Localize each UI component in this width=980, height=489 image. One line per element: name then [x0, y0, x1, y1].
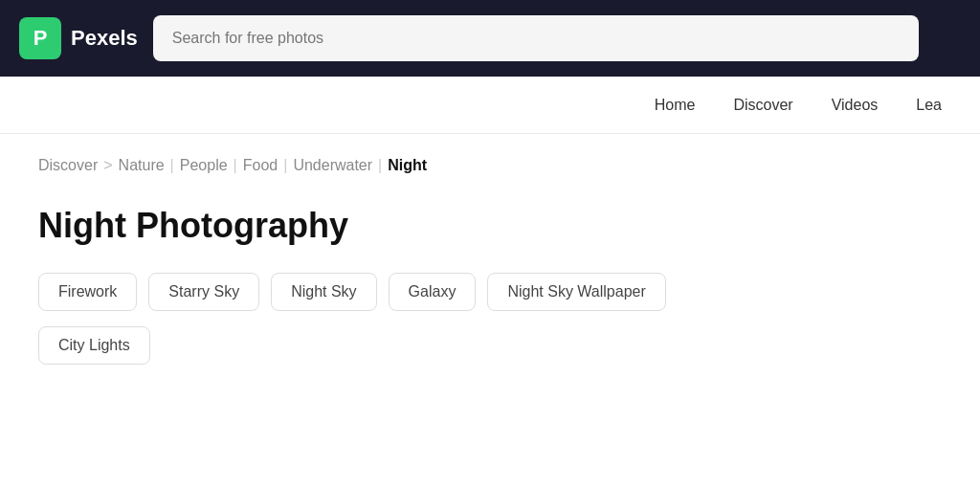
breadcrumb: Discover > Nature | People | Food | Unde…	[38, 157, 942, 174]
header: P Pexels	[0, 0, 980, 77]
logo-container[interactable]: P Pexels	[19, 17, 138, 59]
tag-firework[interactable]: Firework	[38, 273, 137, 311]
tag-night-sky-wallpaper[interactable]: Night Sky Wallpaper	[487, 273, 665, 311]
breadcrumb-underwater[interactable]: Underwater	[293, 157, 372, 174]
logo-text: Pexels	[71, 26, 138, 51]
tag-night-sky[interactable]: Night Sky	[271, 273, 376, 311]
nav-item-home[interactable]: Home	[639, 89, 711, 122]
tags-row-1: Firework Starry Sky Night Sky Galaxy Nig…	[38, 273, 942, 311]
tag-galaxy[interactable]: Galaxy	[389, 273, 477, 311]
breadcrumb-pipe-2: |	[234, 157, 237, 174]
nav-item-videos[interactable]: Videos	[816, 89, 894, 122]
breadcrumb-nature[interactable]: Nature	[119, 157, 165, 174]
pexels-logo-icon: P	[19, 17, 61, 59]
breadcrumb-pipe-3: |	[283, 157, 287, 174]
main-content: Discover > Nature | People | Food | Unde…	[0, 134, 980, 403]
tags-row-2: City Lights	[38, 326, 942, 365]
tag-starry-sky[interactable]: Starry Sky	[148, 273, 259, 311]
search-input[interactable]	[153, 15, 919, 61]
nav-item-learn[interactable]: Lea	[901, 89, 957, 122]
breadcrumb-people[interactable]: People	[180, 157, 228, 174]
tag-city-lights[interactable]: City Lights	[38, 326, 150, 365]
navigation: Home Discover Videos Lea	[0, 77, 980, 134]
breadcrumb-arrow: >	[103, 157, 112, 174]
breadcrumb-pipe-1: |	[170, 157, 174, 174]
breadcrumb-pipe-4: |	[378, 157, 382, 174]
breadcrumb-discover[interactable]: Discover	[38, 157, 98, 174]
page-title: Night Photography	[38, 205, 942, 246]
nav-item-discover[interactable]: Discover	[718, 89, 808, 122]
breadcrumb-night: Night	[388, 157, 427, 174]
breadcrumb-food[interactable]: Food	[243, 157, 278, 174]
